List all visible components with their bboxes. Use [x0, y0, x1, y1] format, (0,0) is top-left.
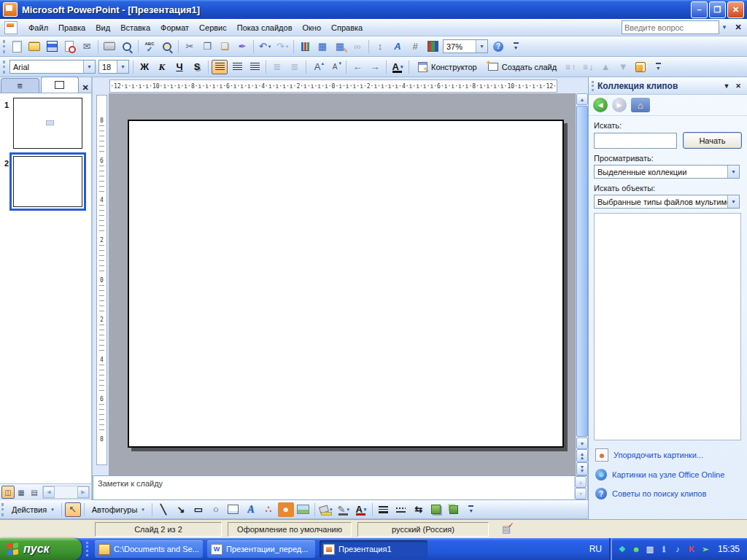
taskbar-button-2[interactable]: WПрезентации_перед... — [207, 540, 315, 558]
tray-icon-messenger[interactable]: ☻ — [630, 543, 642, 555]
font-color-icon[interactable]: A▾ — [353, 502, 369, 517]
close-document-icon[interactable]: ✕ — [732, 22, 744, 34]
search-tips-link[interactable]: ?Советы по поиску клипов — [589, 484, 747, 503]
oval-icon[interactable]: ○ — [208, 502, 224, 517]
notes-placeholder[interactable]: Заметки к слайду — [93, 476, 574, 499]
previous-slide-button[interactable]: ▲▲ — [576, 449, 588, 462]
tray-icon-kaspersky[interactable]: K — [686, 543, 697, 555]
permission-icon[interactable] — [61, 39, 77, 54]
tray-icon-volume[interactable]: ♪ — [672, 543, 684, 555]
start-search-button[interactable]: Начать — [683, 132, 742, 149]
horizontal-scrollbar[interactable]: ◀ ▶ — [42, 486, 90, 499]
search-input[interactable] — [594, 133, 677, 149]
organize-clips-link[interactable]: ☻Упорядочить картинки... — [589, 445, 747, 465]
menu-item-7[interactable]: Показ слайдов — [232, 21, 298, 34]
tables-borders-icon[interactable]: ▦ — [332, 39, 348, 54]
task-pane-close-icon[interactable]: ✕ — [732, 80, 744, 92]
slideshow-button[interactable]: ▤ — [28, 486, 41, 499]
diagram-icon[interactable]: ∴ — [260, 502, 276, 517]
minimize-button[interactable]: – — [691, 1, 708, 18]
expand-all-icon[interactable]: ↕ — [372, 39, 388, 54]
slide-design-icon[interactable] — [632, 60, 649, 74]
restore-button[interactable]: ❐ — [709, 1, 726, 18]
line-icon[interactable]: ╲ — [155, 502, 171, 517]
task-pane-dropdown-icon[interactable]: ▼ — [721, 80, 732, 92]
slide-thumbnail[interactable] — [13, 98, 82, 149]
menu-item-6[interactable]: Сервис — [194, 21, 232, 34]
collections-dropdown-icon[interactable]: ▼ — [727, 166, 739, 178]
decrease-font-button[interactable]: A — [327, 60, 343, 74]
research-icon[interactable] — [159, 39, 175, 54]
scroll-up-icon[interactable]: ▲ — [576, 93, 588, 105]
zoom-combo[interactable]: 37% ▼ — [443, 39, 488, 53]
menu-item-1[interactable]: Файл — [23, 21, 53, 34]
toolbar-options-icon[interactable]: ▾ — [508, 39, 524, 54]
home-button[interactable]: ⌂ — [631, 98, 650, 112]
scrollbar-thumb[interactable] — [576, 106, 588, 437]
dropdown-arrow-icon[interactable]: ▾ — [268, 44, 271, 50]
increase-font-button[interactable]: A — [309, 60, 325, 74]
increase-indent-button[interactable]: → — [367, 60, 383, 74]
scroll-left-icon[interactable]: ◀ — [43, 486, 55, 498]
font-size-dropdown-icon[interactable]: ▼ — [117, 61, 128, 73]
arrow-style-icon[interactable]: ⇆ — [411, 502, 427, 517]
dropdown-arrow-icon[interactable]: ▾ — [330, 507, 333, 513]
decrease-indent-button[interactable]: ← — [349, 60, 365, 74]
shadow-style-icon[interactable] — [428, 502, 444, 517]
design-button[interactable]: Конструктор — [412, 61, 481, 73]
taskbar-button-1[interactable]: C:\Documents and Se... — [95, 540, 203, 558]
3d-style-icon[interactable] — [446, 502, 462, 517]
tray-icon-agent[interactable]: ❖ — [616, 543, 628, 555]
color-grayscale-icon[interactable] — [425, 39, 441, 54]
close-button[interactable]: ✕ — [727, 1, 744, 18]
next-slide-button[interactable]: ▼▼ — [576, 462, 588, 475]
tray-icon-update[interactable]: ➢ — [700, 543, 711, 555]
dropdown-arrow-icon[interactable]: ▾ — [400, 64, 403, 70]
toolbar-options-icon[interactable]: ▾ — [463, 502, 479, 517]
dash-style-icon[interactable] — [393, 502, 409, 517]
toolbar-options-icon[interactable]: ▾ — [650, 60, 666, 74]
print-preview-icon[interactable] — [119, 39, 135, 54]
dropdown-arrow-icon[interactable]: ▾ — [364, 507, 367, 513]
task-pane-grip[interactable] — [592, 81, 594, 91]
notes-scroll-down-icon[interactable]: ▼ — [575, 488, 587, 499]
clipart-icon[interactable]: ☻ — [278, 502, 294, 517]
mail-recipient-icon[interactable]: ✉ — [79, 39, 95, 54]
print-icon[interactable] — [101, 39, 117, 54]
fill-color-icon[interactable]: ▾ — [318, 502, 334, 517]
copy-icon[interactable]: ❐ — [199, 39, 215, 54]
format-painter-icon[interactable]: ✒ — [234, 39, 250, 54]
clip-results-list[interactable] — [594, 213, 741, 440]
collections-combo[interactable]: Выделенные коллекции ▼ — [594, 165, 740, 179]
cut-icon[interactable]: ✂ — [182, 39, 198, 54]
quick-launch-separator[interactable] — [86, 542, 88, 556]
insert-table-icon[interactable]: ▦ — [314, 39, 330, 54]
tab-slides[interactable] — [41, 77, 80, 93]
select-objects-icon[interactable]: ↖ — [65, 502, 81, 517]
spelling-icon[interactable]: ✓ — [142, 39, 158, 54]
slide-thumbnail[interactable] — [13, 156, 82, 207]
notes-scrollbar[interactable]: ▲ ▼ — [574, 476, 587, 499]
media-types-dropdown-icon[interactable]: ▼ — [727, 195, 739, 208]
notes-scroll-up-icon[interactable]: ▲ — [575, 476, 587, 488]
menu-item-8[interactable]: Окно — [298, 21, 327, 34]
text-box-icon[interactable] — [225, 502, 241, 517]
grid-icon[interactable]: # — [407, 39, 423, 54]
vertical-scrollbar[interactable]: ▲ ▼ ▲▲ ▼▼ — [576, 93, 588, 475]
open-icon[interactable] — [26, 39, 42, 54]
dropdown-arrow-icon[interactable]: ▾ — [347, 507, 350, 513]
wordart-icon[interactable]: A — [243, 502, 259, 517]
close-panel-icon[interactable]: ✕ — [80, 83, 91, 93]
font-name-combo[interactable]: Arial ▼ — [9, 60, 96, 74]
toolbar-grip[interactable] — [3, 40, 5, 53]
arrow-icon[interactable]: ↘ — [173, 502, 189, 517]
line-color-icon[interactable]: ✎▾ — [336, 502, 352, 517]
align-left-button[interactable] — [212, 60, 228, 74]
toolbar-grip[interactable] — [3, 61, 5, 74]
scroll-right-icon[interactable]: ▶ — [77, 486, 89, 498]
taskbar-button-3[interactable]: Презентация1 — [320, 540, 427, 558]
picture-icon[interactable] — [295, 502, 311, 517]
tab-outline[interactable]: ≣ — [1, 78, 39, 93]
font-color-button[interactable]: A▾ — [390, 60, 406, 74]
help-icon[interactable] — [490, 39, 506, 54]
